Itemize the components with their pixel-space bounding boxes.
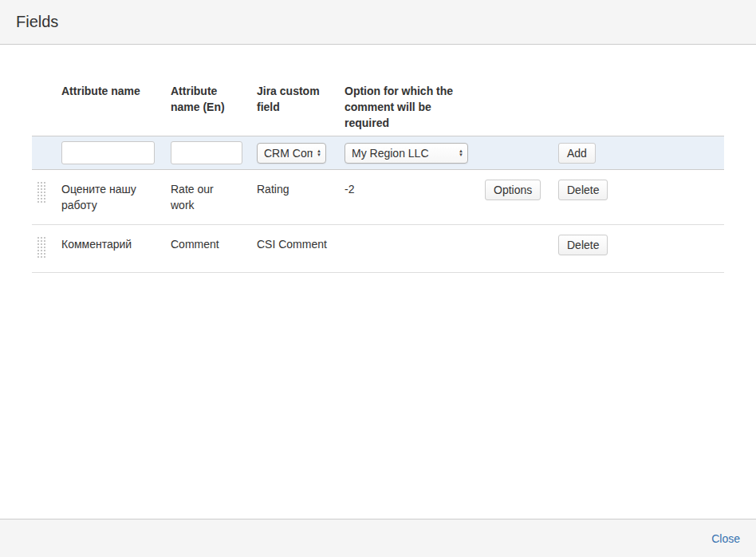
dialog-header: Fields	[0, 0, 756, 45]
jira-custom-field-select[interactable]: CRM Com ▲ ▼	[257, 143, 326, 164]
attribute-name-en-cell: Rate our work	[171, 180, 257, 213]
drag-handle-icon[interactable]	[37, 181, 47, 204]
select-updown-arrows-icon: ▲ ▼	[317, 149, 321, 157]
jira-custom-field-selected-value: CRM Com	[264, 147, 313, 160]
options-button[interactable]: Options	[485, 180, 541, 200]
delete-button[interactable]: Delete	[558, 180, 608, 200]
delete-button[interactable]: Delete	[558, 235, 608, 255]
attribute-name-en-input[interactable]	[171, 141, 242, 164]
column-header-option-required: Option for which the comment will be req…	[345, 77, 485, 136]
column-header-spacer	[32, 77, 61, 88]
drag-handle-icon[interactable]	[37, 236, 47, 259]
select-updown-arrows-icon: ▲ ▼	[459, 149, 463, 157]
add-field-row: CRM Com ▲ ▼ My Region LLC ▲ ▼	[32, 136, 724, 170]
option-selected-value: My Region LLC	[352, 147, 429, 160]
column-header-actions-2	[558, 77, 724, 88]
option-cell	[345, 235, 485, 236]
column-header-attribute-name: Attribute name	[61, 77, 171, 104]
attribute-name-cell: Оцените нашу работу	[61, 180, 171, 213]
add-button[interactable]: Add	[558, 143, 596, 164]
column-header-attribute-name-en: Attribute name (En)	[171, 77, 257, 120]
table-row: Оцените нашу работу Rate our work Rating…	[32, 170, 724, 225]
table-header-row: Attribute name Attribute name (En) Jira …	[32, 77, 724, 136]
jira-custom-field-cell: CSI Comment	[257, 235, 345, 252]
option-select[interactable]: My Region LLC ▲ ▼	[345, 143, 468, 164]
dialog-body: Attribute name Attribute name (En) Jira …	[0, 45, 756, 519]
dialog-footer: Close	[0, 519, 756, 557]
attribute-name-cell: Комментарий	[61, 235, 171, 252]
table-row: Комментарий Comment CSI Comment Delete	[32, 225, 724, 273]
fields-dialog: Fields Attribute name Attribute name (En…	[0, 0, 756, 557]
close-link[interactable]: Close	[711, 532, 740, 545]
column-header-jira-custom-field: Jira custom field	[257, 77, 345, 120]
column-header-actions-1	[485, 77, 558, 88]
jira-custom-field-cell: Rating	[257, 180, 345, 197]
fields-table: Attribute name Attribute name (En) Jira …	[32, 77, 724, 273]
attribute-name-input[interactable]	[61, 141, 155, 164]
page-title: Fields	[16, 10, 740, 33]
attribute-name-en-cell: Comment	[171, 235, 257, 252]
option-cell: -2	[345, 180, 485, 197]
